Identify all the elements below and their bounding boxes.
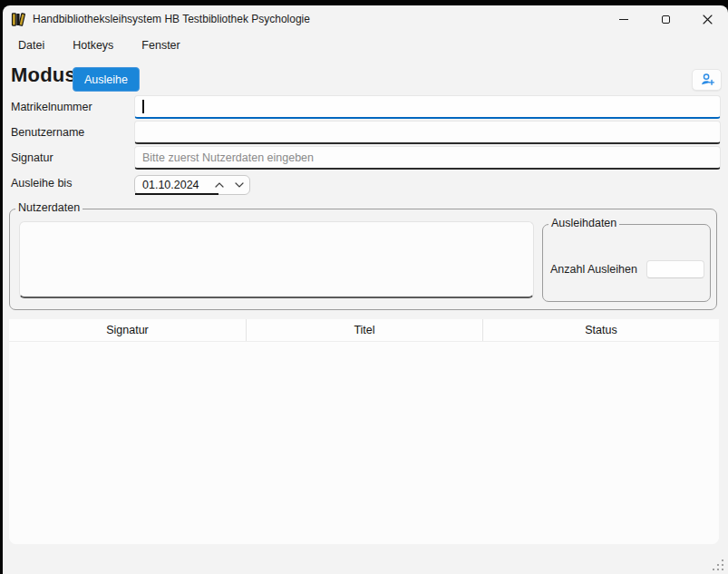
anzahl-ausleihen-row: Anzahl Ausleihen [550, 258, 704, 280]
ausleihe-bis-label: Ausleihe bis [11, 173, 72, 193]
minimize-icon [619, 19, 628, 20]
ausleihdaten-legend: Ausleihdaten [548, 217, 619, 229]
nutzerdaten-textarea[interactable] [19, 221, 534, 298]
anzahl-ausleihen-input[interactable] [646, 260, 704, 278]
desktop-background: Handbibliotheksleihsystem HB Testbibliot… [0, 0, 728, 574]
title-bar[interactable]: Handbibliotheksleihsystem HB Testbibliot… [3, 5, 728, 33]
menu-item-hotkeys[interactable]: Hotkeys [71, 36, 115, 54]
nutzerdaten-legend: Nutzerdaten [15, 201, 83, 214]
column-header-titel[interactable]: Titel [247, 319, 483, 341]
maximize-icon [662, 15, 670, 24]
resize-grip[interactable] [713, 559, 723, 570]
chevron-up-icon [215, 182, 224, 188]
menu-bar: Datei Hotkeys Fenster [3, 33, 728, 58]
nutzerdaten-groupbox: Nutzerdaten Ausleihdaten Anzahl Ausleihe… [9, 209, 717, 310]
app-logo-books-icon [11, 12, 26, 27]
loans-table: Signatur Titel Status [9, 319, 719, 544]
close-button[interactable] [686, 5, 728, 33]
benutzername-input[interactable] [134, 121, 721, 144]
close-icon [703, 15, 713, 24]
ausleihdaten-groupbox: Ausleihdaten Anzahl Ausleihen [542, 224, 711, 302]
table-header-row: Signatur Titel Status [9, 319, 719, 342]
signatur-input[interactable] [134, 146, 721, 170]
window-title: Handbibliotheksleihsystem HB Testbibliot… [33, 13, 310, 25]
add-user-button[interactable] [692, 69, 722, 91]
menu-item-fenster[interactable]: Fenster [140, 36, 181, 54]
minimize-button[interactable] [603, 5, 645, 33]
ausleihe-bis-value[interactable]: 01.10.2024 [135, 179, 199, 191]
date-decrement-button[interactable] [229, 176, 249, 194]
window-controls [603, 5, 728, 33]
matrikelnummer-label: Matrikelnummer [11, 95, 92, 119]
date-underline [135, 193, 218, 195]
maximize-button[interactable] [645, 5, 686, 33]
column-header-signatur[interactable]: Signatur [9, 319, 247, 341]
date-increment-button[interactable] [210, 176, 230, 194]
chevron-down-icon [235, 182, 244, 188]
menu-item-datei[interactable]: Datei [16, 36, 46, 54]
app-window: Handbibliotheksleihsystem HB Testbibliot… [3, 5, 728, 574]
column-header-status[interactable]: Status [483, 319, 719, 341]
signatur-label: Signatur [11, 146, 53, 170]
ausleihe-mode-button[interactable]: Ausleihe [73, 67, 140, 92]
anzahl-ausleihen-label: Anzahl Ausleihen [550, 263, 637, 276]
text-cursor [142, 100, 144, 113]
benutzername-label: Benutzername [11, 121, 84, 144]
mode-heading: Modus [11, 63, 76, 87]
ausleihe-bis-datefield[interactable]: 01.10.2024 [134, 175, 250, 195]
person-add-icon [699, 72, 715, 88]
table-body-empty [9, 342, 719, 544]
matrikelnummer-input[interactable] [134, 95, 721, 119]
